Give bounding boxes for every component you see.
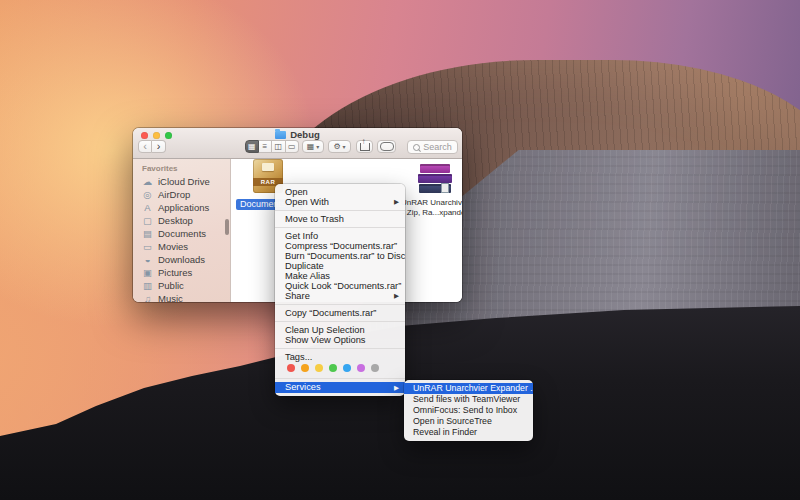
music-icon: ♫: [142, 293, 153, 302]
gear-icon: ⚙: [333, 142, 340, 151]
downloads-icon: ◒: [142, 254, 153, 265]
desktop-icon: ▢: [142, 215, 153, 226]
action-button[interactable]: ⚙▾: [328, 140, 351, 153]
sidebar-item-label: Pictures: [158, 267, 192, 278]
menu-separator: [275, 348, 405, 349]
submenu-item-omnifocus[interactable]: OmniFocus: Send to Inbox: [404, 405, 533, 416]
menu-item-share[interactable]: Share▶: [275, 291, 405, 301]
sidebar-item-label: Music: [158, 293, 183, 302]
search-icon: [413, 144, 420, 151]
applications-icon: A: [142, 202, 153, 213]
window-title: Debug: [133, 129, 462, 140]
coverflow-view-icon: ▭: [288, 142, 296, 151]
sidebar-item-music[interactable]: ♫Music: [133, 292, 230, 302]
menu-item-get-info[interactable]: Get Info: [275, 231, 405, 241]
menu-separator: [275, 378, 405, 379]
icloud-icon: ☁: [142, 176, 153, 187]
chevron-down-icon: ▾: [343, 143, 346, 150]
tag-green[interactable]: [329, 364, 337, 372]
chevron-down-icon: ▾: [316, 143, 319, 150]
forward-icon: ›: [157, 141, 161, 152]
sidebar-item-icloud-drive[interactable]: ☁iCloud Drive: [133, 175, 230, 188]
tag-red[interactable]: [287, 364, 295, 372]
public-icon: ▥: [142, 280, 153, 291]
unrar-app-icon: [418, 164, 452, 195]
document-page-icon: [441, 183, 449, 193]
sidebar-item-desktop[interactable]: ▢Desktop: [133, 214, 230, 227]
menu-item-make-alias[interactable]: Make Alias: [275, 271, 405, 281]
tag-blue[interactable]: [343, 364, 351, 372]
forward-button[interactable]: ›: [152, 140, 166, 153]
tags-button[interactable]: [377, 140, 396, 153]
context-menu: Open Open With▶ Move to Trash Get Info C…: [275, 184, 405, 396]
menu-item-open[interactable]: Open: [275, 187, 405, 197]
menu-item-duplicate[interactable]: Duplicate: [275, 261, 405, 271]
documents-icon: ▤: [142, 228, 153, 239]
share-button[interactable]: [356, 140, 373, 153]
sidebar-item-movies[interactable]: ▭Movies: [133, 240, 230, 253]
menu-item-compress[interactable]: Compress “Documents.rar”: [275, 241, 405, 251]
window-title-text: Debug: [290, 129, 320, 140]
tag-orange[interactable]: [301, 364, 309, 372]
submenu-arrow-icon: ▶: [394, 382, 399, 393]
sidebar-item-label: Public: [158, 280, 184, 291]
submenu-item-unrar-expander[interactable]: UnRAR Unarchvier Expander ...: [404, 383, 533, 394]
sidebar-item-label: Movies: [158, 241, 188, 252]
tag-purple[interactable]: [357, 364, 365, 372]
tag-yellow[interactable]: [315, 364, 323, 372]
menu-separator: [275, 321, 405, 322]
tag-gray[interactable]: [371, 364, 379, 372]
sidebar-item-label: Downloads: [158, 254, 205, 265]
menu-item-tags[interactable]: Tags...: [275, 352, 405, 362]
menu-item-show-view-options[interactable]: Show View Options: [275, 335, 405, 345]
search-placeholder: Search: [423, 142, 452, 152]
list-view-button[interactable]: ≡: [259, 140, 273, 153]
menu-item-quick-look[interactable]: Quick Look “Documents.rar”: [275, 281, 405, 291]
submenu-item-teamviewer[interactable]: Send files with TeamViewer: [404, 394, 533, 405]
column-view-button[interactable]: ◫: [272, 140, 286, 153]
back-icon: ‹: [143, 141, 147, 152]
submenu-item-reveal-in-finder[interactable]: Reveal in Finder: [404, 427, 533, 438]
menu-separator: [275, 210, 405, 211]
search-input[interactable]: Search: [407, 140, 458, 154]
sidebar: Favorites ☁iCloud Drive ◎AirDrop AApplic…: [133, 159, 231, 302]
menu-item-copy[interactable]: Copy “Documents.rar”: [275, 308, 405, 318]
menu-item-clean-up-selection[interactable]: Clean Up Selection: [275, 325, 405, 335]
menu-separator: [275, 304, 405, 305]
icon-view-button[interactable]: ▦: [245, 140, 259, 153]
sidebar-scrollbar[interactable]: [225, 219, 229, 235]
sidebar-item-airdrop[interactable]: ◎AirDrop: [133, 188, 230, 201]
folder-icon: [275, 131, 286, 139]
sidebar-item-label: iCloud Drive: [158, 176, 210, 187]
menu-item-open-with[interactable]: Open With▶: [275, 197, 405, 207]
title-bar: Debug ‹ › ▦ ≡ ◫ ▭ ▦▾ ⚙▾: [133, 128, 462, 159]
list-view-icon: ≡: [262, 142, 267, 151]
menu-item-services[interactable]: Services▶: [275, 382, 405, 393]
arrange-icon: ▦: [307, 142, 315, 151]
sidebar-item-pictures[interactable]: ▣Pictures: [133, 266, 230, 279]
share-icon: [360, 143, 370, 151]
sidebar-item-label: AirDrop: [158, 189, 190, 200]
movies-icon: ▭: [142, 241, 153, 252]
submenu-arrow-icon: ▶: [394, 291, 399, 301]
sidebar-item-downloads[interactable]: ◒Downloads: [133, 253, 230, 266]
sidebar-section-favorites: Favorites: [133, 161, 230, 175]
sidebar-item-documents[interactable]: ▤Documents: [133, 227, 230, 240]
sidebar-item-applications[interactable]: AApplications: [133, 201, 230, 214]
coverflow-view-button[interactable]: ▭: [286, 140, 300, 153]
arrange-button[interactable]: ▦▾: [302, 140, 324, 153]
back-button[interactable]: ‹: [138, 140, 152, 153]
menu-separator: [275, 227, 405, 228]
airdrop-icon: ◎: [142, 189, 153, 200]
sidebar-item-label: Applications: [158, 202, 209, 213]
tag-color-row: [275, 362, 405, 375]
pictures-icon: ▣: [142, 267, 153, 278]
services-submenu: UnRAR Unarchvier Expander ... Send files…: [404, 380, 533, 441]
sidebar-item-label: Documents: [158, 228, 206, 239]
icon-view-icon: ▦: [248, 142, 256, 151]
tag-icon: [380, 142, 394, 151]
menu-item-move-to-trash[interactable]: Move to Trash: [275, 214, 405, 224]
submenu-item-sourcetree[interactable]: Open in SourceTree: [404, 416, 533, 427]
sidebar-item-public[interactable]: ▥Public: [133, 279, 230, 292]
menu-item-burn-to-disc[interactable]: Burn “Documents.rar” to Disc...: [275, 251, 405, 261]
